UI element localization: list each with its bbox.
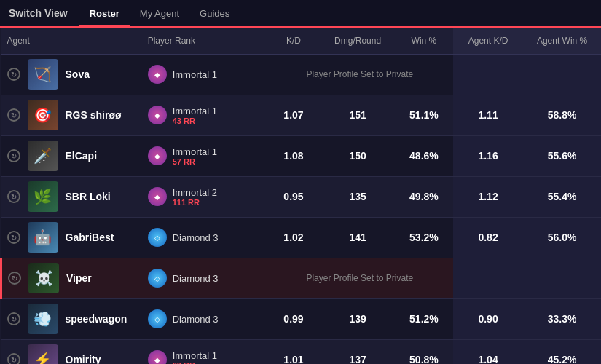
rank-rr: 57 RR [173, 157, 217, 166]
agent-name: Viper [66, 272, 92, 284]
agent-avatar: 🏹 [28, 59, 58, 90]
agent-avatar: 🤖 [28, 222, 58, 253]
agent-avatar: 🎯 [28, 100, 58, 130]
agent-kd-cell: 0.90 [453, 298, 523, 339]
rank-text: Immortal 1 22 RR [173, 350, 217, 365]
rank-text: Immortal 1 [173, 69, 217, 80]
agent-name: Omirity [66, 354, 101, 364]
rank-name: Immortal 2 [173, 187, 217, 198]
agent-name: Sova [66, 68, 90, 80]
agent-kd-cell: 1.04 [453, 339, 523, 364]
header-agent: Agent [1, 28, 142, 54]
dmg-cell: 135 [321, 176, 394, 217]
agent-cell: ↻ 💨 speedwagon [1, 298, 142, 339]
agent-name: speedwagon [66, 313, 127, 325]
agent-kd-cell: 1.12 [453, 176, 523, 217]
rank-icon: ◆ [148, 146, 167, 165]
rank-icon: ◆ [148, 106, 167, 124]
rank-text: Diamond 3 [173, 273, 219, 284]
rank-cell: ◆ Immortal 1 57 RR [142, 135, 267, 176]
win-cell: 51.2% [395, 298, 453, 339]
refresh-icon[interactable]: ↻ [7, 108, 20, 122]
rank-cell: ◆ Immortal 1 43 RR [142, 95, 267, 135]
rank-name: Diamond 3 [173, 314, 219, 325]
rank-icon: ◇ [148, 228, 167, 247]
agent-win-cell: 56.0% [523, 217, 601, 258]
rank-cell: ◇ Diamond 3 [142, 298, 267, 339]
agent-win-cell: 33.3% [523, 298, 601, 339]
table-row: ↻ 🏹 Sova ◆ Immortal 1 Player Profile Set… [1, 54, 602, 95]
agent-kd-cell: 1.16 [453, 135, 523, 176]
private-message: Player Profile Set to Private [267, 273, 453, 283]
refresh-icon[interactable]: ↻ [7, 190, 20, 203]
dmg-cell: 150 [321, 135, 394, 176]
agent-name: SBR Loki [66, 191, 111, 202]
agent-kd-cell [453, 54, 523, 95]
agent-name: ElCapi [66, 150, 98, 162]
dmg-cell: 151 [321, 95, 394, 135]
kd-cell: 1.07 [267, 95, 321, 135]
refresh-icon[interactable]: ↻ [7, 149, 20, 162]
table-row: ↻ 🤖 GabriBest ◇ Diamond 3 1.0214153.2%0.… [1, 217, 602, 258]
tab-my-agent[interactable]: My Agent [130, 2, 189, 25]
header-agent-win: Agent Win % [523, 28, 601, 54]
tab-roster[interactable]: Roster [79, 2, 130, 25]
agent-avatar: 🌿 [28, 181, 58, 212]
agent-win-cell: 55.6% [523, 135, 601, 176]
roster-table: Agent Player Rank K/D Dmg/Round Win % Ag… [0, 28, 601, 364]
refresh-icon[interactable]: ↻ [7, 68, 20, 81]
agent-cell: ↻ ☠️ Viper [1, 258, 142, 298]
rank-cell: ◆ Immortal 2 111 RR [142, 176, 267, 217]
table-row: ↻ 🎯 RGS shirøø ◆ Immortal 1 43 RR 1.0715… [1, 95, 602, 135]
private-text-cell: Player Profile Set to Private [267, 258, 453, 298]
agent-avatar: 💨 [28, 304, 58, 334]
refresh-icon[interactable]: ↻ [7, 312, 20, 325]
agent-avatar: ☠️ [28, 263, 59, 293]
rank-rr: 111 RR [173, 198, 217, 207]
private-text-cell: Player Profile Set to Private [267, 54, 453, 95]
private-message: Player Profile Set to Private [267, 69, 453, 79]
dmg-cell: 141 [321, 217, 394, 258]
agent-kd-cell [453, 258, 523, 298]
refresh-icon[interactable]: ↻ [7, 353, 20, 364]
kd-cell: 0.95 [267, 176, 321, 217]
win-cell: 49.8% [395, 176, 453, 217]
rank-text: Immortal 1 57 RR [173, 146, 217, 166]
agent-cell: ↻ 🌿 SBR Loki [1, 176, 142, 217]
rank-text: Immortal 2 111 RR [173, 187, 217, 207]
header-agent-kd: Agent K/D [453, 28, 523, 54]
rank-name: Diamond 3 [173, 232, 219, 243]
rank-icon: ◆ [148, 65, 167, 84]
refresh-icon[interactable]: ↻ [8, 272, 21, 285]
agent-cell: ↻ ⚡ Omirity [1, 339, 142, 364]
rank-cell: ◆ Immortal 1 22 RR [142, 339, 267, 364]
kd-cell: 1.01 [267, 339, 321, 364]
agent-cell: ↻ 🏹 Sova [1, 54, 142, 95]
kd-cell: 1.02 [267, 217, 321, 258]
header-win-pct: Win % [395, 28, 453, 54]
agent-win-cell [523, 258, 601, 298]
table-row: ↻ 💨 speedwagon ◇ Diamond 3 0.9913951.2%0… [1, 298, 602, 339]
rank-name: Diamond 3 [173, 273, 219, 284]
agent-kd-cell: 0.82 [453, 217, 523, 258]
agent-win-cell: 55.4% [523, 176, 601, 217]
agent-win-cell [523, 54, 601, 95]
rank-icon: ◇ [148, 269, 167, 288]
header-kd: K/D [267, 28, 321, 54]
dmg-cell: 137 [321, 339, 394, 364]
rank-name: Immortal 1 [173, 106, 217, 116]
rank-cell: ◇ Diamond 3 [142, 217, 267, 258]
header-dmg-round: Dmg/Round [321, 28, 394, 54]
agent-cell: ↻ 🎯 RGS shirøø [1, 95, 142, 135]
win-cell: 50.8% [395, 339, 453, 364]
tab-guides[interactable]: Guides [189, 2, 240, 25]
rank-text: Immortal 1 43 RR [173, 106, 217, 125]
table-header-row: Agent Player Rank K/D Dmg/Round Win % Ag… [1, 28, 602, 54]
win-cell: 51.1% [395, 95, 453, 135]
refresh-icon[interactable]: ↻ [7, 231, 20, 244]
agent-name: GabriBest [66, 232, 114, 243]
kd-cell: 0.99 [267, 298, 321, 339]
agent-win-cell: 58.8% [523, 95, 601, 135]
top-navigation: Switch View Roster My Agent Guides [0, 0, 601, 28]
table-row: ↻ 🌿 SBR Loki ◆ Immortal 2 111 RR 0.95135… [1, 176, 602, 217]
